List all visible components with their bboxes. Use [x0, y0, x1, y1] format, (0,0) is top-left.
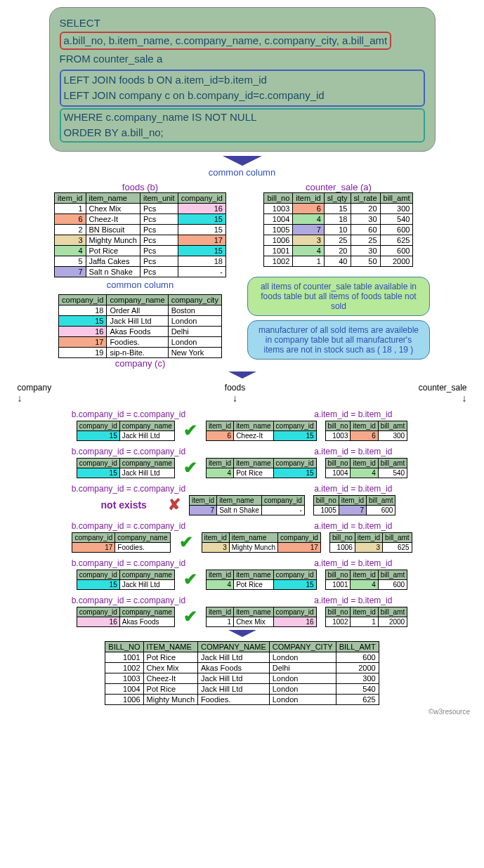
join-company-mini: company_idcompany_name15Jack Hill Ltd — [77, 570, 175, 590]
join-condition-bc: b.company_id = c.company_id — [72, 484, 185, 494]
table-row: 1001Pot RiceJack Hill LtdLondon600 — [105, 652, 379, 662]
table-row: 1004Pot RiceJack Hill LtdLondon540 — [105, 683, 379, 694]
join-step-row: company_idcompany_name15Jack Hill Ltd✔it… — [7, 570, 477, 590]
sql-from: FROM counter_sale a — [60, 51, 425, 68]
table-header: company_id — [178, 192, 225, 203]
table-header: BILL_AMT — [336, 641, 379, 652]
table-header: COMPANY_NAME — [198, 641, 270, 652]
sql-select-pre: SELECT — [60, 17, 100, 29]
join-company-mini: company_idcompany_name15Jack Hill Ltd — [77, 421, 175, 441]
table-row: 100361520300 — [264, 203, 413, 213]
table-header: BILL_NO — [105, 641, 143, 652]
join-foods-mini: item_iditem_namecompany_id4Pot Rice15 — [206, 458, 317, 478]
common-column-label-top: common column — [7, 167, 477, 178]
join-condition-bc: b.company_id = c.company_id — [72, 521, 185, 531]
sql-join1: LEFT JOIN foods b ON a.item_id=b.item_id — [64, 72, 421, 88]
table-row: 15Jack Hill LtdLondon — [59, 315, 222, 326]
table-header: item_unit — [140, 192, 178, 203]
join-condition-ab: a.item_id = b.item_id — [314, 596, 392, 605]
join-condition-bc: b.company_id = c.company_id — [72, 558, 185, 568]
table-row: 6Cheez-ItPcs15 — [55, 213, 226, 224]
company-hdr: company — [18, 383, 52, 393]
join-cs-mini: bill_noitem_idbill_amt10014600 — [325, 570, 408, 590]
table-header: sl_rate — [351, 192, 380, 203]
sql-join2: LEFT JOIN company c on b.company_id=c.co… — [64, 88, 421, 104]
arrow-down-icon — [223, 156, 262, 166]
check-icon: ✔ — [183, 421, 197, 440]
note-green: all items of counter_sale table availabl… — [247, 277, 430, 316]
table-header: item_name — [86, 192, 140, 203]
check-icon: ✔ — [183, 570, 197, 589]
table-row: 100632525625 — [264, 235, 413, 245]
join-cs-mini: bill_noitem_idbill_amt10044540 — [325, 458, 408, 478]
join-steps-section: b.company_id = c.company_ida.item_id = b… — [7, 409, 477, 627]
table-row: 1002140502000 — [264, 256, 413, 266]
table-row: 100571060600 — [264, 224, 413, 235]
table-row: 5Jaffa CakesPcs18 — [55, 256, 226, 266]
sql-query-box: SELECT a.bill_no, b.item_name, c.company… — [49, 7, 436, 152]
join-condition-bc: b.company_id = c.company_id — [72, 596, 185, 605]
join-step-row: not exists✘item_iditem_namecompany_id7Sa… — [7, 495, 477, 515]
join-step-row: company_idcompany_name15Jack Hill Ltd✔it… — [7, 421, 477, 441]
join-cs-mini: bill_noitem_idbill_amt100212000 — [325, 607, 408, 627]
check-icon: ✔ — [179, 532, 193, 552]
arrow-down-tiny-icon: ↓ — [233, 393, 237, 404]
table-row: 17Foodies.London — [59, 336, 222, 347]
note-blue: manufacturer of all sold items are avail… — [247, 320, 430, 360]
company-label: company (c) — [115, 358, 166, 369]
table-header: bill_no — [264, 192, 293, 203]
join-condition-ab: a.item_id = b.item_id — [314, 409, 392, 419]
table-row: 16Akas FoodsDelhi — [59, 326, 222, 336]
table-row: 7Salt n ShakePcs- — [55, 266, 226, 277]
join-condition-bc: b.company_id = c.company_id — [72, 409, 185, 419]
join-condition-ab: a.item_id = b.item_id — [314, 558, 392, 568]
counter-sale-hdr: counter_sale — [419, 383, 467, 393]
table-header: company_id — [59, 294, 107, 305]
table-row: 1Chex MixPcs16 — [55, 203, 226, 213]
cross-icon: ✘ — [168, 496, 181, 514]
join-cs-mini: bill_noitem_idbill_amt10063625 — [329, 532, 412, 553]
not-exists-label: not exists — [89, 499, 159, 511]
table-row: 1002Chex MixAkas FoodsDelhi2000 — [105, 662, 379, 673]
table-row: 1006Mighty MunchFoodies.London625 — [105, 694, 379, 704]
sql-joins-box: LEFT JOIN foods b ON a.item_id=b.item_id… — [60, 70, 425, 107]
sql-where: WHERE c.company_name IS NOT NULL — [64, 110, 421, 126]
arrow-down-tiny-icon: ↓ — [462, 393, 467, 404]
join-foods-mini: item_iditem_namecompany_id6Cheez-It15 — [206, 421, 317, 441]
join-step-row: company_idcompany_name15Jack Hill Ltd✔it… — [7, 458, 477, 478]
join-foods-mini: item_iditem_namecompany_id1Chex Mix16 — [206, 607, 317, 627]
counter-sale-table: bill_noitem_idsl_qtysl_ratebill_amt 1003… — [263, 192, 413, 267]
arrow-down-tiny-icon: ↓ — [18, 393, 22, 404]
sql-select-columns: a.bill_no, b.item_name, c.company_name, … — [60, 32, 392, 51]
table-row: 100441830540 — [264, 213, 413, 224]
table-header: COMPANY_CITY — [269, 641, 336, 652]
join-cs-mini: bill_noitem_idbill_amt10036300 — [325, 421, 408, 441]
join-company-mini: company_idcompany_name17Foodies. — [72, 532, 170, 553]
join-foods-mini: item_iditem_namecompany_id3Mighty Munch1… — [202, 532, 321, 553]
arrow-down-icon — [228, 371, 256, 379]
counter-sale-label: counter_sale (a) — [306, 182, 372, 192]
arrow-down-icon — [228, 630, 256, 637]
join-condition-ab: a.item_id = b.item_id — [314, 521, 392, 531]
table-row: 18Order AllBoston — [59, 305, 222, 315]
table-header: item_id — [55, 192, 86, 203]
table-row: 19sip-n-Bite.New York — [59, 347, 222, 357]
join-condition-bc: b.company_id = c.company_id — [72, 447, 185, 456]
result-table: BILL_NOITEM_NAMECOMPANY_NAMECOMPANY_CITY… — [105, 641, 379, 705]
join-cs-mini: bill_noitem_idbill_amt10057600 — [313, 495, 396, 515]
table-row: 2BN BiscuitPcs15 — [55, 224, 226, 235]
credit-text: ©w3resource — [7, 708, 477, 716]
join-company-mini: company_idcompany_name15Jack Hill Ltd — [77, 458, 175, 478]
foods-label: foods (b) — [122, 182, 158, 192]
table-header: company_city — [168, 294, 221, 305]
check-icon: ✔ — [183, 607, 197, 626]
join-step-row: company_idcompany_name17Foodies.✔item_id… — [7, 532, 477, 553]
join-step-row: company_idcompany_name16Akas Foods✔item_… — [7, 607, 477, 627]
common-column-label-mid: common column — [107, 280, 174, 290]
sql-order: ORDER BY a.bill_no; — [64, 125, 421, 141]
table-header: ITEM_NAME — [143, 641, 197, 652]
join-condition-ab: a.item_id = b.item_id — [314, 484, 392, 494]
join-foods-mini: item_iditem_namecompany_id7Salt n Shake- — [189, 495, 305, 515]
join-foods-mini: item_iditem_namecompany_id4Pot Rice15 — [206, 570, 317, 590]
check-icon: ✔ — [183, 458, 197, 478]
